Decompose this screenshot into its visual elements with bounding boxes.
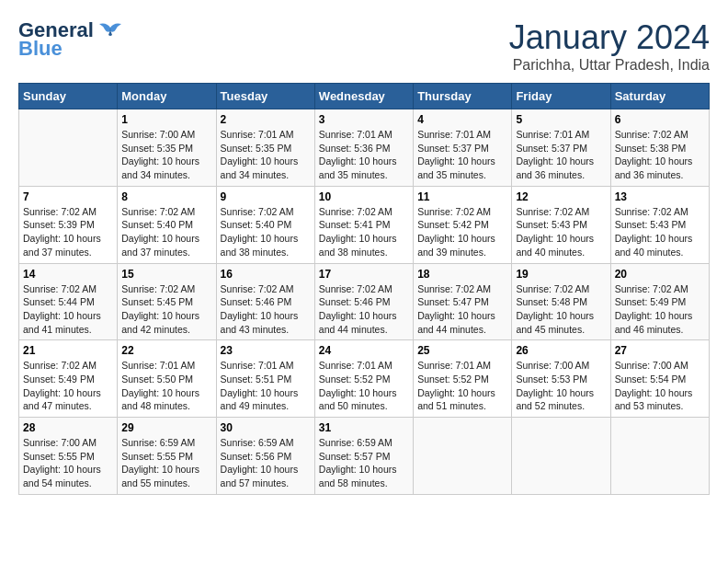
day-number: 14 bbox=[23, 268, 113, 281]
logo-blue: Blue bbox=[18, 37, 63, 61]
calendar-cell: 27Sunrise: 7:00 AM Sunset: 5:54 PM Dayli… bbox=[610, 340, 709, 418]
calendar-cell: 22Sunrise: 7:01 AM Sunset: 5:50 PM Dayli… bbox=[118, 340, 216, 418]
cell-content: Sunrise: 7:02 AM Sunset: 5:49 PM Dayligh… bbox=[23, 359, 113, 413]
calendar-cell bbox=[19, 109, 118, 187]
header-cell-sunday: Sunday bbox=[19, 84, 118, 109]
calendar-cell: 4Sunrise: 7:01 AM Sunset: 5:37 PM Daylig… bbox=[414, 109, 512, 187]
cell-content: Sunrise: 7:02 AM Sunset: 5:43 PM Dayligh… bbox=[516, 205, 606, 259]
cell-content: Sunrise: 7:02 AM Sunset: 5:40 PM Dayligh… bbox=[121, 205, 211, 259]
day-number: 7 bbox=[23, 190, 113, 203]
day-number: 24 bbox=[319, 344, 409, 357]
cell-content: Sunrise: 7:02 AM Sunset: 5:46 PM Dayligh… bbox=[221, 282, 311, 337]
day-number: 26 bbox=[516, 344, 606, 357]
day-number: 16 bbox=[221, 268, 311, 281]
day-number: 8 bbox=[121, 190, 211, 203]
cell-content: Sunrise: 7:02 AM Sunset: 5:38 PM Dayligh… bbox=[615, 128, 705, 182]
cell-content: Sunrise: 7:00 AM Sunset: 5:35 PM Dayligh… bbox=[121, 128, 211, 182]
day-number: 23 bbox=[221, 344, 311, 357]
day-number: 25 bbox=[417, 344, 507, 357]
cell-content: Sunrise: 7:02 AM Sunset: 5:41 PM Dayligh… bbox=[319, 205, 409, 259]
cell-content: Sunrise: 7:02 AM Sunset: 5:42 PM Dayligh… bbox=[417, 205, 507, 259]
day-number: 28 bbox=[23, 421, 113, 434]
day-number: 12 bbox=[516, 190, 606, 203]
week-row-2: 7Sunrise: 7:02 AM Sunset: 5:39 PM Daylig… bbox=[19, 186, 710, 263]
cell-content: Sunrise: 7:02 AM Sunset: 5:45 PM Dayligh… bbox=[121, 282, 211, 337]
calendar-cell: 5Sunrise: 7:01 AM Sunset: 5:37 PM Daylig… bbox=[512, 109, 610, 187]
cell-content: Sunrise: 6:59 AM Sunset: 5:57 PM Dayligh… bbox=[319, 436, 409, 490]
cell-content: Sunrise: 7:02 AM Sunset: 5:49 PM Dayligh… bbox=[615, 282, 705, 337]
cell-content: Sunrise: 7:02 AM Sunset: 5:40 PM Dayligh… bbox=[221, 205, 311, 259]
calendar-cell: 21Sunrise: 7:02 AM Sunset: 5:49 PM Dayli… bbox=[19, 340, 118, 418]
day-number: 6 bbox=[615, 113, 705, 126]
location-text: Parichha, Uttar Pradesh, India bbox=[509, 57, 710, 74]
cell-content: Sunrise: 6:59 AM Sunset: 5:55 PM Dayligh… bbox=[121, 436, 211, 490]
cell-content: Sunrise: 7:02 AM Sunset: 5:48 PM Dayligh… bbox=[516, 282, 606, 337]
page-header: General Blue January 2024 Parichha, Utta… bbox=[18, 18, 710, 74]
cell-content: Sunrise: 7:02 AM Sunset: 5:44 PM Dayligh… bbox=[23, 282, 113, 337]
day-number: 2 bbox=[221, 113, 311, 126]
calendar-cell bbox=[414, 418, 512, 495]
calendar-cell: 14Sunrise: 7:02 AM Sunset: 5:44 PM Dayli… bbox=[19, 263, 118, 340]
cell-content: Sunrise: 7:01 AM Sunset: 5:52 PM Dayligh… bbox=[417, 359, 507, 413]
day-number: 30 bbox=[221, 421, 311, 434]
week-row-5: 28Sunrise: 7:00 AM Sunset: 5:55 PM Dayli… bbox=[19, 418, 710, 495]
day-number: 17 bbox=[319, 268, 409, 281]
day-number: 29 bbox=[121, 421, 211, 434]
cell-content: Sunrise: 7:02 AM Sunset: 5:47 PM Dayligh… bbox=[417, 282, 507, 337]
calendar-cell: 2Sunrise: 7:01 AM Sunset: 5:35 PM Daylig… bbox=[216, 109, 314, 187]
calendar-cell: 17Sunrise: 7:02 AM Sunset: 5:46 PM Dayli… bbox=[314, 263, 413, 340]
calendar-cell: 20Sunrise: 7:02 AM Sunset: 5:49 PM Dayli… bbox=[610, 263, 709, 340]
day-number: 18 bbox=[417, 268, 507, 281]
cell-content: Sunrise: 7:01 AM Sunset: 5:36 PM Dayligh… bbox=[319, 128, 409, 182]
calendar-cell: 24Sunrise: 7:01 AM Sunset: 5:52 PM Dayli… bbox=[314, 340, 413, 418]
cell-content: Sunrise: 7:02 AM Sunset: 5:46 PM Dayligh… bbox=[319, 282, 409, 337]
calendar-cell: 8Sunrise: 7:02 AM Sunset: 5:40 PM Daylig… bbox=[118, 186, 216, 263]
calendar-cell: 26Sunrise: 7:00 AM Sunset: 5:53 PM Dayli… bbox=[512, 340, 610, 418]
calendar-cell: 10Sunrise: 7:02 AM Sunset: 5:41 PM Dayli… bbox=[314, 186, 413, 263]
calendar-cell: 13Sunrise: 7:02 AM Sunset: 5:43 PM Dayli… bbox=[610, 186, 709, 263]
day-number: 4 bbox=[417, 113, 507, 126]
calendar-cell: 29Sunrise: 6:59 AM Sunset: 5:55 PM Dayli… bbox=[118, 418, 216, 495]
day-number: 13 bbox=[615, 190, 705, 203]
day-number: 31 bbox=[319, 421, 409, 434]
header-cell-tuesday: Tuesday bbox=[216, 84, 314, 109]
header-cell-thursday: Thursday bbox=[414, 84, 512, 109]
calendar-cell: 3Sunrise: 7:01 AM Sunset: 5:36 PM Daylig… bbox=[314, 109, 413, 187]
day-number: 3 bbox=[319, 113, 409, 126]
week-row-3: 14Sunrise: 7:02 AM Sunset: 5:44 PM Dayli… bbox=[19, 263, 710, 340]
calendar-cell bbox=[610, 418, 709, 495]
header-cell-saturday: Saturday bbox=[610, 84, 709, 109]
calendar-header: SundayMondayTuesdayWednesdayThursdayFrid… bbox=[19, 84, 710, 109]
title-block: January 2024 Parichha, Uttar Pradesh, In… bbox=[509, 18, 710, 74]
cell-content: Sunrise: 7:01 AM Sunset: 5:37 PM Dayligh… bbox=[516, 128, 606, 182]
calendar-cell: 19Sunrise: 7:02 AM Sunset: 5:48 PM Dayli… bbox=[512, 263, 610, 340]
calendar-cell: 31Sunrise: 6:59 AM Sunset: 5:57 PM Dayli… bbox=[314, 418, 413, 495]
header-cell-wednesday: Wednesday bbox=[314, 84, 413, 109]
day-number: 21 bbox=[23, 344, 113, 357]
cell-content: Sunrise: 7:01 AM Sunset: 5:37 PM Dayligh… bbox=[417, 128, 507, 182]
header-cell-monday: Monday bbox=[118, 84, 216, 109]
day-number: 27 bbox=[615, 344, 705, 357]
calendar-cell: 16Sunrise: 7:02 AM Sunset: 5:46 PM Dayli… bbox=[216, 263, 314, 340]
bird-icon bbox=[97, 20, 123, 40]
logo: General Blue bbox=[18, 18, 123, 61]
day-number: 19 bbox=[516, 268, 606, 281]
calendar-cell bbox=[512, 418, 610, 495]
calendar-cell: 1Sunrise: 7:00 AM Sunset: 5:35 PM Daylig… bbox=[118, 109, 216, 187]
cell-content: Sunrise: 6:59 AM Sunset: 5:56 PM Dayligh… bbox=[221, 436, 311, 490]
day-number: 11 bbox=[417, 190, 507, 203]
day-number: 15 bbox=[121, 268, 211, 281]
calendar-cell: 11Sunrise: 7:02 AM Sunset: 5:42 PM Dayli… bbox=[414, 186, 512, 263]
week-row-1: 1Sunrise: 7:00 AM Sunset: 5:35 PM Daylig… bbox=[19, 109, 710, 187]
calendar-cell: 12Sunrise: 7:02 AM Sunset: 5:43 PM Dayli… bbox=[512, 186, 610, 263]
day-number: 22 bbox=[121, 344, 211, 357]
calendar-cell: 15Sunrise: 7:02 AM Sunset: 5:45 PM Dayli… bbox=[118, 263, 216, 340]
calendar-cell: 23Sunrise: 7:01 AM Sunset: 5:51 PM Dayli… bbox=[216, 340, 314, 418]
calendar-cell: 28Sunrise: 7:00 AM Sunset: 5:55 PM Dayli… bbox=[19, 418, 118, 495]
calendar-cell: 7Sunrise: 7:02 AM Sunset: 5:39 PM Daylig… bbox=[19, 186, 118, 263]
header-row: SundayMondayTuesdayWednesdayThursdayFrid… bbox=[19, 84, 710, 109]
cell-content: Sunrise: 7:01 AM Sunset: 5:51 PM Dayligh… bbox=[221, 359, 311, 413]
cell-content: Sunrise: 7:00 AM Sunset: 5:53 PM Dayligh… bbox=[516, 359, 606, 413]
calendar-cell: 25Sunrise: 7:01 AM Sunset: 5:52 PM Dayli… bbox=[414, 340, 512, 418]
calendar-cell: 30Sunrise: 6:59 AM Sunset: 5:56 PM Dayli… bbox=[216, 418, 314, 495]
